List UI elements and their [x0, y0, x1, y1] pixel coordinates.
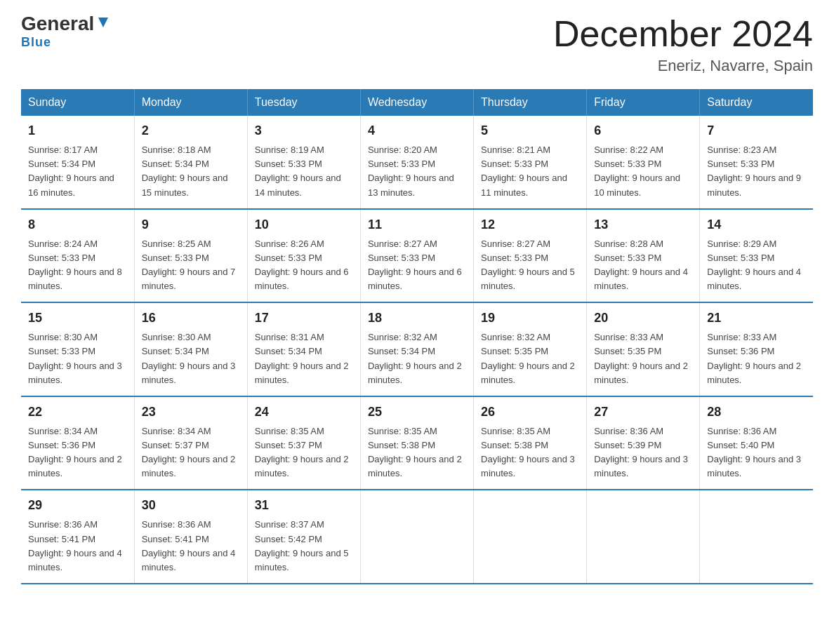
- calendar-cell: 22Sunrise: 8:34 AMSunset: 5:36 PMDayligh…: [21, 396, 134, 490]
- day-number: 20: [594, 309, 692, 328]
- day-info: Sunrise: 8:35 AMSunset: 5:37 PMDaylight:…: [255, 424, 353, 481]
- calendar-cell: 17Sunrise: 8:31 AMSunset: 5:34 PMDayligh…: [247, 302, 360, 396]
- calendar-table: SundayMondayTuesdayWednesdayThursdayFrid…: [21, 89, 813, 584]
- day-info: Sunrise: 8:35 AMSunset: 5:38 PMDaylight:…: [481, 424, 579, 481]
- header-sunday: Sunday: [21, 89, 134, 116]
- calendar-cell: [700, 490, 813, 584]
- calendar-cell: 23Sunrise: 8:34 AMSunset: 5:37 PMDayligh…: [134, 396, 247, 490]
- day-info: Sunrise: 8:34 AMSunset: 5:37 PMDaylight:…: [142, 424, 240, 481]
- day-number: 11: [368, 215, 466, 234]
- logo-blue: Blue: [21, 35, 51, 50]
- day-info: Sunrise: 8:35 AMSunset: 5:38 PMDaylight:…: [368, 424, 466, 481]
- day-info: Sunrise: 8:27 AMSunset: 5:33 PMDaylight:…: [368, 237, 466, 294]
- day-number: 5: [481, 121, 579, 140]
- header-wednesday: Wednesday: [360, 89, 473, 116]
- logo: General Blue: [21, 14, 111, 50]
- day-number: 1: [28, 121, 127, 140]
- calendar-cell: 2Sunrise: 8:18 AMSunset: 5:34 PMDaylight…: [134, 116, 247, 209]
- day-number: 16: [142, 309, 240, 328]
- week-row-1: 1Sunrise: 8:17 AMSunset: 5:34 PMDaylight…: [21, 116, 813, 209]
- header-thursday: Thursday: [474, 89, 587, 116]
- calendar-cell: [587, 490, 700, 584]
- day-info: Sunrise: 8:33 AMSunset: 5:36 PMDaylight:…: [707, 330, 806, 387]
- day-number: 22: [28, 403, 127, 422]
- calendar-cell: 27Sunrise: 8:36 AMSunset: 5:39 PMDayligh…: [587, 396, 700, 490]
- week-row-2: 8Sunrise: 8:24 AMSunset: 5:33 PMDaylight…: [21, 209, 813, 303]
- calendar-cell: 21Sunrise: 8:33 AMSunset: 5:36 PMDayligh…: [700, 302, 813, 396]
- day-number: 18: [368, 309, 466, 328]
- calendar-cell: 12Sunrise: 8:27 AMSunset: 5:33 PMDayligh…: [474, 209, 587, 303]
- day-number: 10: [255, 215, 353, 234]
- day-number: 13: [594, 215, 692, 234]
- calendar-cell: 29Sunrise: 8:36 AMSunset: 5:41 PMDayligh…: [21, 490, 134, 584]
- calendar-cell: 1Sunrise: 8:17 AMSunset: 5:34 PMDaylight…: [21, 116, 134, 209]
- calendar-cell: 11Sunrise: 8:27 AMSunset: 5:33 PMDayligh…: [360, 209, 473, 303]
- day-info: Sunrise: 8:32 AMSunset: 5:35 PMDaylight:…: [481, 330, 579, 387]
- day-info: Sunrise: 8:30 AMSunset: 5:33 PMDaylight:…: [28, 330, 127, 387]
- calendar-cell: 30Sunrise: 8:36 AMSunset: 5:41 PMDayligh…: [134, 490, 247, 584]
- calendar-cell: 8Sunrise: 8:24 AMSunset: 5:33 PMDaylight…: [21, 209, 134, 303]
- day-info: Sunrise: 8:22 AMSunset: 5:33 PMDaylight:…: [594, 143, 692, 200]
- day-info: Sunrise: 8:32 AMSunset: 5:34 PMDaylight:…: [368, 330, 466, 387]
- day-number: 24: [255, 403, 353, 422]
- calendar-cell: 28Sunrise: 8:36 AMSunset: 5:40 PMDayligh…: [700, 396, 813, 490]
- logo-triangle-icon: [95, 15, 111, 30]
- calendar-cell: 26Sunrise: 8:35 AMSunset: 5:38 PMDayligh…: [474, 396, 587, 490]
- day-info: Sunrise: 8:17 AMSunset: 5:34 PMDaylight:…: [28, 143, 127, 200]
- calendar-cell: 24Sunrise: 8:35 AMSunset: 5:37 PMDayligh…: [247, 396, 360, 490]
- page-subtitle: Eneriz, Navarre, Spain: [553, 57, 813, 75]
- day-info: Sunrise: 8:36 AMSunset: 5:39 PMDaylight:…: [594, 424, 692, 481]
- day-info: Sunrise: 8:36 AMSunset: 5:41 PMDaylight:…: [28, 518, 127, 575]
- header-tuesday: Tuesday: [247, 89, 360, 116]
- day-info: Sunrise: 8:37 AMSunset: 5:42 PMDaylight:…: [255, 518, 353, 575]
- day-info: Sunrise: 8:18 AMSunset: 5:34 PMDaylight:…: [142, 143, 240, 200]
- day-info: Sunrise: 8:25 AMSunset: 5:33 PMDaylight:…: [142, 237, 240, 294]
- day-number: 8: [28, 215, 127, 234]
- header-friday: Friday: [587, 89, 700, 116]
- day-number: 23: [142, 403, 240, 422]
- day-number: 27: [594, 403, 692, 422]
- day-info: Sunrise: 8:19 AMSunset: 5:33 PMDaylight:…: [255, 143, 353, 200]
- day-info: Sunrise: 8:33 AMSunset: 5:35 PMDaylight:…: [594, 330, 692, 387]
- day-info: Sunrise: 8:30 AMSunset: 5:34 PMDaylight:…: [142, 330, 240, 387]
- day-info: Sunrise: 8:24 AMSunset: 5:33 PMDaylight:…: [28, 237, 127, 294]
- day-number: 31: [255, 496, 353, 515]
- day-info: Sunrise: 8:27 AMSunset: 5:33 PMDaylight:…: [481, 237, 579, 294]
- header-saturday: Saturday: [700, 89, 813, 116]
- calendar-cell: 31Sunrise: 8:37 AMSunset: 5:42 PMDayligh…: [247, 490, 360, 584]
- day-number: 9: [142, 215, 240, 234]
- day-number: 4: [368, 121, 466, 140]
- day-info: Sunrise: 8:36 AMSunset: 5:40 PMDaylight:…: [707, 424, 806, 481]
- header-monday: Monday: [134, 89, 247, 116]
- day-number: 12: [481, 215, 579, 234]
- page-header: General Blue December 2024 Eneriz, Navar…: [21, 14, 813, 75]
- logo-general: General: [21, 14, 94, 34]
- calendar-cell: 6Sunrise: 8:22 AMSunset: 5:33 PMDaylight…: [587, 116, 700, 209]
- calendar-cell: 7Sunrise: 8:23 AMSunset: 5:33 PMDaylight…: [700, 116, 813, 209]
- calendar-cell: [474, 490, 587, 584]
- calendar-cell: 13Sunrise: 8:28 AMSunset: 5:33 PMDayligh…: [587, 209, 700, 303]
- day-number: 19: [481, 309, 579, 328]
- day-number: 2: [142, 121, 240, 140]
- calendar-cell: 9Sunrise: 8:25 AMSunset: 5:33 PMDaylight…: [134, 209, 247, 303]
- day-info: Sunrise: 8:34 AMSunset: 5:36 PMDaylight:…: [28, 424, 127, 481]
- day-number: 15: [28, 309, 127, 328]
- calendar-cell: 16Sunrise: 8:30 AMSunset: 5:34 PMDayligh…: [134, 302, 247, 396]
- week-row-5: 29Sunrise: 8:36 AMSunset: 5:41 PMDayligh…: [21, 490, 813, 584]
- day-info: Sunrise: 8:29 AMSunset: 5:33 PMDaylight:…: [707, 237, 806, 294]
- day-info: Sunrise: 8:36 AMSunset: 5:41 PMDaylight:…: [142, 518, 240, 575]
- week-row-4: 22Sunrise: 8:34 AMSunset: 5:36 PMDayligh…: [21, 396, 813, 490]
- day-number: 30: [142, 496, 240, 515]
- title-section: December 2024 Eneriz, Navarre, Spain: [553, 14, 813, 75]
- day-number: 17: [255, 309, 353, 328]
- day-info: Sunrise: 8:28 AMSunset: 5:33 PMDaylight:…: [594, 237, 692, 294]
- day-info: Sunrise: 8:20 AMSunset: 5:33 PMDaylight:…: [368, 143, 466, 200]
- calendar-cell: 25Sunrise: 8:35 AMSunset: 5:38 PMDayligh…: [360, 396, 473, 490]
- week-row-3: 15Sunrise: 8:30 AMSunset: 5:33 PMDayligh…: [21, 302, 813, 396]
- day-number: 29: [28, 496, 127, 515]
- calendar-cell: 10Sunrise: 8:26 AMSunset: 5:33 PMDayligh…: [247, 209, 360, 303]
- svg-marker-0: [98, 18, 108, 27]
- day-number: 25: [368, 403, 466, 422]
- day-info: Sunrise: 8:26 AMSunset: 5:33 PMDaylight:…: [255, 237, 353, 294]
- day-info: Sunrise: 8:23 AMSunset: 5:33 PMDaylight:…: [707, 143, 806, 200]
